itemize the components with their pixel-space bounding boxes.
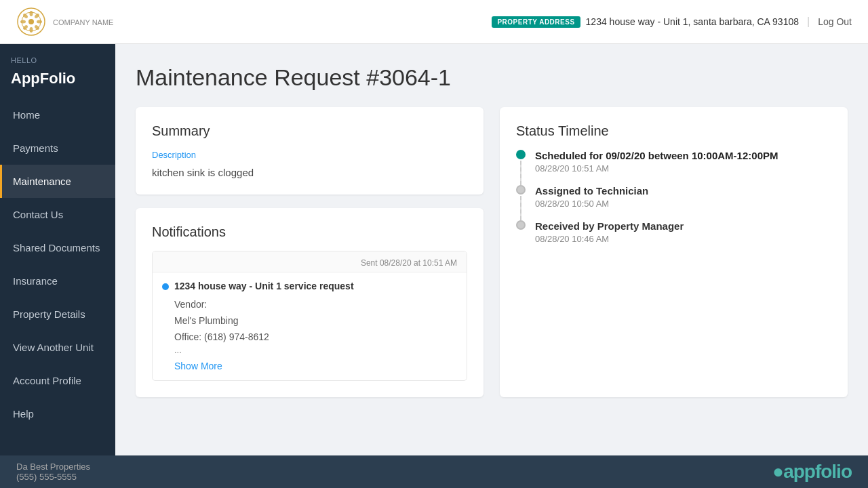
header: COMPANY NAME PROPERTY ADDRESS 1234 house…	[0, 0, 868, 44]
timeline-dot-wrap-1	[516, 150, 526, 185]
sidebar-item-documents[interactable]: Shared Documents	[0, 231, 115, 264]
timeline-title: Status Timeline	[516, 123, 831, 139]
sidebar-item-unit[interactable]: View Another Unit	[0, 331, 115, 364]
notification-header: Sent 08/28/20 at 10:51 AM	[153, 251, 467, 272]
timeline-dot-wrap-2	[516, 185, 526, 220]
timeline-item-3: Received by Property Manager 08/28/20 10…	[516, 220, 831, 244]
logout-button[interactable]: Log Out	[818, 16, 852, 27]
timeline-time-3: 08/28/20 10:46 AM	[535, 234, 831, 244]
notifications-title: Notifications	[152, 224, 467, 240]
logo-icon	[16, 7, 46, 37]
left-column: Summary Description kitchen sink is clog…	[136, 107, 484, 397]
summary-card: Summary Description kitchen sink is clog…	[136, 107, 484, 195]
svg-point-6	[30, 27, 33, 33]
property-address-text: 1234 house way - Unit 1, santa barbara, …	[586, 16, 799, 27]
sidebar-item-payments[interactable]: Payments	[0, 131, 115, 165]
footer-logo-text: ●appfolio	[772, 461, 852, 482]
status-timeline-card: Status Timeline Scheduled for 09/02/20 b…	[500, 107, 848, 397]
sidebar-item-maintenance[interactable]: Maintenance	[0, 165, 115, 198]
company-name-label: COMPANY NAME	[53, 18, 113, 26]
notification-ellipsis: ...	[162, 345, 457, 355]
svg-point-8	[20, 20, 26, 24]
timeline-dot-wrap-3	[516, 220, 526, 230]
svg-point-2	[30, 11, 33, 16]
notification-item: Sent 08/28/20 at 10:51 AM 1234 house way…	[152, 251, 467, 381]
timeline-time-1: 08/28/20 10:51 AM	[535, 163, 831, 174]
sidebar-item-home[interactable]: Home	[0, 98, 115, 131]
timeline-item-2: Assigned to Technician 08/28/20 10:50 AM	[516, 185, 831, 220]
header-divider: |	[807, 16, 810, 28]
footer-company-name: Da Best Properties	[16, 462, 90, 472]
company-logo: COMPANY NAME	[16, 7, 113, 37]
notifications-card: Notifications Sent 08/28/20 at 10:51 AM …	[136, 208, 484, 397]
sidebar-item-contact[interactable]: Contact Us	[0, 198, 115, 231]
description-label: Description	[152, 150, 467, 160]
property-address-badge: PROPERTY ADDRESS	[492, 16, 580, 28]
sidebar: HELLO AppFolio Home Payments Maintenance…	[0, 44, 115, 455]
vendor-label: Vendor:	[174, 297, 457, 313]
vendor-name: Mel's Plumbing	[174, 313, 457, 329]
sidebar-item-property[interactable]: Property Details	[0, 298, 115, 331]
timeline-connector-1	[520, 161, 521, 185]
timeline-item-1: Scheduled for 09/02/20 between 10:00AM-1…	[516, 150, 831, 185]
description-text: kitchen sink is clogged	[152, 167, 467, 178]
svg-point-10	[28, 19, 34, 24]
timeline-connector-2	[520, 196, 521, 220]
notification-body: 1234 house way - Unit 1 service request …	[153, 272, 467, 380]
main-content: Maintenance Request #3064-1 Summary Desc…	[115, 44, 868, 455]
footer-logo: ●appfolio	[772, 461, 852, 483]
show-more-button[interactable]: Show More	[162, 361, 222, 371]
summary-title: Summary	[152, 123, 467, 139]
content-grid: Summary Description kitchen sink is clog…	[136, 107, 848, 397]
footer-phone: (555) 555-5555	[16, 472, 90, 482]
notification-unread-dot	[162, 283, 169, 290]
page-title: Maintenance Request #3064-1	[136, 64, 848, 91]
timeline-dot-inactive-2	[516, 220, 526, 230]
sidebar-nav: Home Payments Maintenance Contact Us Sha…	[0, 98, 115, 455]
footer: Da Best Properties (555) 555-5555 ●appfo…	[0, 455, 868, 488]
timeline: Scheduled for 09/02/20 between 10:00AM-1…	[516, 150, 831, 244]
sidebar-item-account[interactable]: Account Profile	[0, 364, 115, 397]
footer-company-info: Da Best Properties (555) 555-5555	[16, 462, 90, 482]
timeline-event-3: Received by Property Manager	[535, 220, 831, 232]
sidebar-hello: HELLO	[0, 44, 115, 70]
sidebar-app-name: AppFolio	[0, 70, 115, 98]
notification-details: Vendor: Mel's Plumbing Office: (618) 974…	[162, 297, 457, 345]
timeline-time-2: 08/28/20 10:50 AM	[535, 199, 831, 209]
svg-point-4	[37, 20, 42, 24]
office-info: Office: (618) 974-8612	[174, 329, 457, 346]
timeline-event-1: Scheduled for 09/02/20 between 10:00AM-1…	[535, 150, 831, 161]
timeline-dot-active	[516, 150, 526, 159]
timeline-event-2: Assigned to Technician	[535, 185, 831, 197]
timeline-dot-inactive-1	[516, 185, 526, 195]
notification-title-row: 1234 house way - Unit 1 service request	[162, 281, 457, 291]
sidebar-item-help[interactable]: Help	[0, 397, 115, 430]
timeline-content-2: Assigned to Technician 08/28/20 10:50 AM	[535, 185, 831, 209]
notification-title: 1234 house way - Unit 1 service request	[174, 281, 354, 291]
timeline-content-3: Received by Property Manager 08/28/20 10…	[535, 220, 831, 244]
sidebar-item-insurance[interactable]: Insurance	[0, 264, 115, 298]
timeline-content-1: Scheduled for 09/02/20 between 10:00AM-1…	[535, 150, 831, 174]
